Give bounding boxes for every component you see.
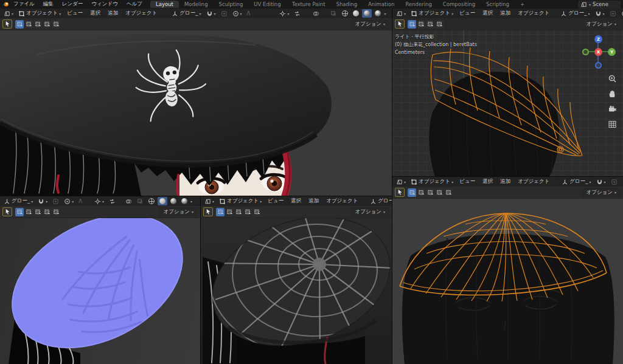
shading-wireframe-button[interactable] — [147, 197, 156, 205]
select-mode-tweak[interactable] — [216, 208, 224, 216]
select-mode-tweak[interactable] — [15, 20, 24, 29]
menu-window[interactable]: ウィンドウ — [87, 1, 122, 8]
tab-add-workspace[interactable]: + — [515, 1, 530, 8]
overlays-swap-button[interactable] — [107, 197, 117, 205]
snap-target-button[interactable] — [608, 10, 618, 18]
viewport-top-right[interactable]: ▾ オブジェクト▾ ビュー 選択 追加 オブジェクト グロー_▾ ▾ ▾ Λ オ… — [392, 9, 623, 176]
menu-object[interactable]: オブジェクト — [515, 9, 552, 18]
menu-view[interactable]: ビュー — [265, 197, 287, 205]
select-mode-lasso[interactable] — [43, 208, 51, 216]
active-tool-select-box[interactable] — [2, 19, 12, 29]
tab-uv-editing[interactable]: UV Editing — [248, 1, 286, 8]
menu-view[interactable]: ビュー — [456, 9, 478, 18]
gizmo-z-neg-axis[interactable] — [595, 62, 602, 69]
orientation-dropdown[interactable]: グロー_▾ — [368, 197, 392, 205]
menu-view[interactable]: ビュー — [456, 177, 478, 186]
select-mode-circle[interactable] — [234, 208, 243, 216]
menu-render[interactable]: レンダー — [58, 1, 88, 8]
tab-compositing[interactable]: Compositing — [437, 1, 481, 8]
editor-type-button[interactable]: ▾ — [203, 197, 216, 205]
select-mode-extend[interactable] — [52, 208, 60, 216]
snap-target-button[interactable] — [609, 178, 619, 186]
editor-type-button[interactable]: ▾ — [2, 10, 15, 18]
navigation-gizmo[interactable]: Z Y X — [582, 35, 616, 69]
select-mode-lasso[interactable] — [435, 20, 444, 29]
overlays-toggle[interactable] — [311, 10, 321, 18]
gizmo-y-neg-axis[interactable] — [582, 49, 589, 55]
editor-type-button[interactable]: ▾ — [394, 10, 408, 18]
tab-modeling[interactable]: Modeling — [179, 1, 214, 8]
wireframe-canvas-front[interactable] — [392, 177, 623, 364]
tab-layout[interactable]: Layout — [150, 1, 179, 8]
shading-dropdown-caret-icon[interactable]: ▾ — [384, 12, 386, 16]
select-mode-circle[interactable] — [33, 208, 42, 216]
orientation-dropdown[interactable]: グロー_▾ — [560, 177, 593, 186]
active-tool-select-box[interactable] — [395, 188, 405, 197]
zoom-button[interactable] — [608, 74, 617, 83]
shading-dropdown-caret-icon[interactable]: ▾ — [190, 199, 192, 204]
shading-rendered-button[interactable] — [179, 197, 189, 205]
select-mode-tweak[interactable] — [15, 208, 24, 216]
tab-scripting[interactable]: Scripting — [481, 1, 515, 8]
gizmo-dropdown[interactable]: ▾ — [277, 10, 291, 18]
select-mode-circle[interactable] — [426, 188, 434, 197]
falloff-button[interactable]: Λ — [77, 197, 84, 205]
menu-help[interactable]: ヘルプ — [122, 1, 147, 8]
shading-wireframe-button[interactable] — [340, 9, 350, 18]
orientation-dropdown[interactable]: グロー_▾ — [2, 197, 35, 205]
menu-select[interactable]: 選択 — [479, 177, 496, 186]
select-mode-box[interactable] — [417, 188, 425, 197]
editor-type-button[interactable]: ▾ — [394, 178, 408, 186]
xray-toggle[interactable] — [135, 197, 145, 205]
menu-object[interactable]: オブジェクト — [122, 9, 160, 18]
select-mode-circle[interactable] — [426, 20, 434, 29]
gizmo-x-axis[interactable]: X — [594, 48, 602, 56]
gizmo-dropdown[interactable]: ▾ — [92, 197, 106, 205]
select-mode-tweak[interactable] — [408, 188, 416, 197]
scene-selector[interactable]: ▾ Scene — [578, 1, 621, 9]
xray-toggle[interactable] — [329, 10, 339, 18]
select-mode-extend[interactable] — [52, 20, 60, 29]
options-dropdown[interactable]: オプション▾ — [350, 207, 389, 217]
menu-object[interactable]: オブジェクト — [323, 197, 361, 205]
snap-toggle[interactable]: ▾ — [593, 10, 607, 18]
select-mode-box[interactable] — [417, 20, 425, 29]
select-mode-lasso[interactable] — [435, 188, 444, 197]
select-mode-lasso[interactable] — [43, 20, 51, 29]
viewport-top-left[interactable]: ▾ オブジェクト▾ ビュー 選択 追加 オブジェクト グロー_▾ ▾ ▾ Λ ▾… — [0, 9, 392, 196]
active-tool-select-box[interactable] — [2, 207, 12, 216]
proportional-editing-toggle[interactable]: ▾ — [619, 10, 623, 18]
pan-hand-button[interactable] — [608, 89, 617, 98]
overlays-swap-button[interactable] — [292, 10, 302, 18]
toggle-grid-button[interactable] — [608, 120, 617, 129]
menu-add[interactable]: 追加 — [497, 177, 513, 186]
select-mode-tweak[interactable] — [408, 20, 416, 29]
menu-view[interactable]: ビュー — [64, 9, 86, 18]
viewport-bottom-middle[interactable]: ▾ オブジェクト▾ ビュー 選択 追加 オブジェクト グロー_▾ オプション▾ — [201, 196, 392, 364]
options-dropdown[interactable]: オプション▾ — [159, 207, 198, 217]
tab-animation[interactable]: Animation — [363, 1, 400, 8]
shading-solid-button[interactable] — [158, 197, 167, 205]
menu-add[interactable]: 追加 — [497, 9, 513, 18]
options-dropdown[interactable]: オプション▾ — [582, 188, 621, 197]
viewport-bottom-right[interactable]: ▾ オブジェクト▾ ビュー 選択 追加 オブジェクト グロー_▾ ▾ ▾ Λ オ… — [392, 177, 623, 364]
active-tool-select-box[interactable] — [203, 207, 213, 216]
active-tool-select-box[interactable] — [395, 19, 405, 29]
blender-logo-icon[interactable] — [2, 1, 9, 7]
gizmo-z-axis[interactable]: Z — [594, 35, 602, 43]
select-mode-extend[interactable] — [444, 188, 453, 197]
menu-select[interactable]: 選択 — [87, 9, 103, 18]
render-canvas-character[interactable] — [0, 30, 392, 196]
proportional-editing-toggle[interactable]: ▾ — [621, 178, 623, 186]
tab-sculpting[interactable]: Sculpting — [214, 1, 249, 8]
menu-file[interactable]: ファイル — [9, 1, 39, 8]
snap-target-button[interactable] — [219, 10, 229, 18]
mode-dropdown[interactable]: オブジェクト▾ — [16, 9, 63, 18]
mode-dropdown[interactable]: オブジェクト▾ — [409, 9, 455, 18]
viewport-bottom-left[interactable]: グロー_▾ ▾ ▾ Λ ▾ ▾ オプション▾ — [0, 196, 200, 364]
select-mode-box[interactable] — [24, 20, 33, 29]
mode-dropdown[interactable]: オブジェクト▾ — [409, 177, 455, 186]
camera-view-button[interactable] — [608, 105, 617, 114]
shading-material-button[interactable] — [362, 9, 372, 18]
mode-dropdown[interactable]: オブジェクト▾ — [217, 197, 263, 205]
